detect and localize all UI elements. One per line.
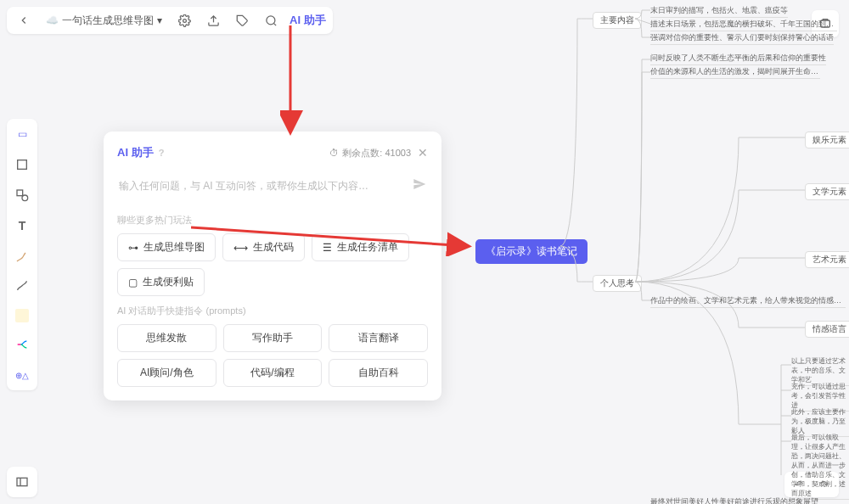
svg-point-6 [22, 195, 28, 201]
mindmap-leaf[interactable]: 最后，可以领取理，让很多人产生恐，两决问题社、从而，从而进一步创，借助音乐、文学… [791, 433, 849, 500]
svg-point-0 [183, 19, 186, 22]
points-remaining: ⏱剩余点数: 41003 [329, 147, 411, 160]
mindmap-leaf[interactable]: 末日审判的描写，包括火、地震、瘟疫等 [650, 5, 788, 18]
pen-tool-icon[interactable] [14, 248, 31, 265]
mindmap-subnode[interactable]: 艺术元素 [805, 251, 849, 268]
mindmap-node-main[interactable]: 主要内容 [593, 12, 642, 29]
text-tool-icon[interactable]: T [14, 217, 31, 234]
chevron-down-icon: ▾ [157, 14, 162, 26]
prompt-diverge[interactable]: 思维发散 [117, 324, 216, 352]
search-icon[interactable] [261, 10, 281, 31]
prompt-role[interactable]: AI顾问/角色 [117, 359, 216, 387]
svg-rect-7 [17, 478, 27, 485]
chip-sticky[interactable]: ▢生成便利贴 [117, 268, 205, 296]
close-button[interactable]: ✕ [418, 146, 428, 160]
chip-code[interactable]: ⟷生成代码 [222, 233, 305, 261]
prompt-translate[interactable]: 语言翻译 [329, 324, 428, 352]
mindmap-leaf[interactable]: 强调对信仰的重要性、警示人们要时刻保持警心的话语 [650, 32, 834, 45]
mindmap-node-thoughts[interactable]: 个人思考 [593, 275, 642, 292]
shape-tool-icon[interactable] [14, 187, 31, 204]
document-title[interactable]: ☁️ 一句话生成思维导图 ▾ [42, 14, 166, 28]
checklist-icon: ☰ [323, 242, 332, 254]
ai-assistant-button[interactable]: AI 助手 [290, 13, 326, 28]
code-icon: ⟷ [233, 242, 248, 254]
sticky-icon: ▢ [128, 277, 138, 288]
back-button[interactable] [14, 10, 34, 31]
annotation-arrow-down [280, 25, 306, 136]
sticky-note-tool-icon[interactable] [15, 309, 29, 322]
prompt-writing[interactable]: 写作助手 [223, 324, 323, 352]
top-toolbar: ☁️ 一句话生成思维导图 ▾ AI 助手 [7, 7, 333, 34]
mindmap-root-node[interactable]: 《启示录》读书笔记 [475, 239, 588, 264]
chip-mindmap[interactable]: ⊶生成思维导图 [117, 233, 216, 261]
svg-rect-4 [18, 160, 27, 170]
export-icon[interactable] [203, 10, 223, 31]
clock-icon: ⏱ [329, 148, 339, 158]
branch-tool-icon[interactable] [14, 336, 31, 353]
mindmap-leaf[interactable]: 最终对世间美好人性美好前途进行乐观的想象展望 [650, 496, 818, 504]
send-button[interactable] [413, 177, 426, 193]
frame-tool-icon[interactable] [14, 156, 31, 173]
title-text: 一句话生成思维导图 [62, 14, 154, 28]
mindmap-icon: ⊶ [128, 242, 138, 254]
left-toolbar: ▭ T ⊕△ [7, 119, 37, 390]
tag-icon[interactable] [232, 10, 252, 31]
mindmap-leaf[interactable]: 问时反映了人类不断生态平衡的后果和信仰的重要性 [650, 53, 826, 65]
ai-assistant-panel: AI 助手? ⏱剩余点数: 41003 ✕ 聊些更多热门玩法 ⊶生成思维导图 ⟷… [104, 132, 441, 400]
chip-checklist[interactable]: ☰生成任务清单 [312, 233, 409, 261]
hot-section-label: 聊些更多热门玩法 [117, 214, 428, 227]
mindmap-subnode[interactable]: 娱乐元素 [805, 132, 849, 148]
svg-line-3 [273, 23, 276, 25]
ai-prompt-input[interactable] [119, 180, 413, 192]
mindmap-subnode[interactable]: 情感语言 [805, 321, 849, 338]
more-shapes-icon[interactable]: ⊕△ [14, 367, 31, 384]
prompt-code[interactable]: 代码/编程 [223, 359, 323, 387]
mindmap-leaf[interactable]: 作品中的绘画、文学和艺术元素，给人带来视觉的情感体验 [650, 295, 846, 308]
help-icon[interactable]: ? [159, 148, 165, 158]
select-tool-icon[interactable]: ▭ [14, 126, 31, 143]
panel-toggle-button[interactable] [7, 467, 37, 497]
cloud-icon: ☁️ [46, 14, 59, 26]
ai-input-row [117, 172, 428, 205]
settings-icon[interactable] [174, 10, 194, 31]
svg-rect-5 [17, 190, 23, 196]
svg-point-2 [266, 15, 274, 24]
mindmap-leaf[interactable]: 描述末日场景，包括恶魔的横扫破坏、千年王国的到来等 [650, 19, 837, 31]
mindmap-leaf[interactable]: 价值的来源和人的生活的激发，揭时间展开生命价值能较到哲理是对读者极 [650, 66, 820, 79]
panel-title: AI 助手? [117, 145, 164, 160]
connector-tool-icon[interactable] [14, 278, 31, 295]
prompts-section-label: AI 对话助手快捷指令 (prompts) [117, 305, 428, 317]
prompt-wiki[interactable]: 自助百科 [329, 359, 428, 387]
mindmap-subnode[interactable]: 文学元素 [805, 183, 849, 200]
